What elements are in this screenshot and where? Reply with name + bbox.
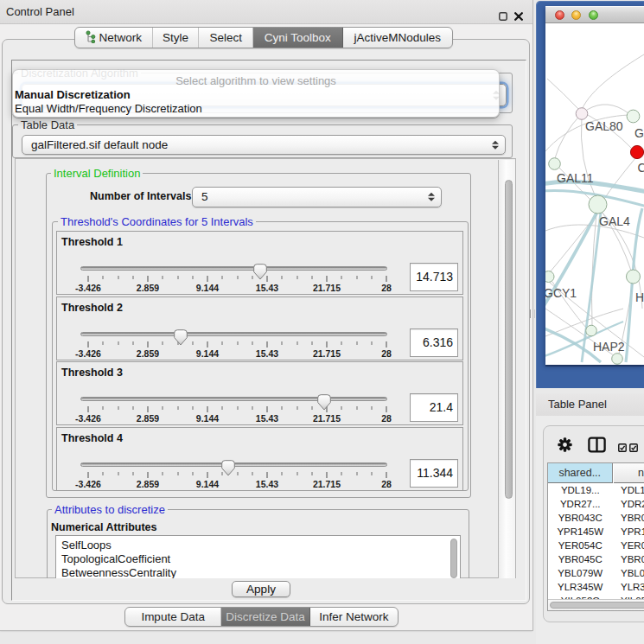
tab-discretize-data[interactable]: Discretize Data: [221, 608, 309, 626]
network-view-frame[interactable]: GAL80 GA C GAL11 GAL4 GCY1 H HAP2: [536, 1, 644, 388]
list-scrollbar-thumb[interactable]: [450, 539, 457, 578]
tab-jactivemnodules[interactable]: jActiveMNodules: [343, 28, 452, 48]
tab-network[interactable]: Network: [75, 28, 153, 48]
table-row[interactable]: YLR345WYLR345W: [548, 580, 644, 594]
tab-jactivemnodules-label: jActiveMNodules: [354, 31, 442, 44]
node-gal80[interactable]: [576, 108, 588, 120]
threshold-3-value-field[interactable]: 21.4: [410, 393, 458, 422]
threshold-2-panel: Threshold 2 -3.426 2.859 9.144 15.43 21.…: [56, 296, 463, 360]
threshold-1-slider-thumb[interactable]: [253, 264, 267, 280]
tab-select[interactable]: Select: [199, 28, 253, 48]
tick-mark: [282, 406, 283, 410]
node-bottom[interactable]: [612, 354, 623, 365]
tick-mark: [88, 406, 89, 412]
threshold-3-slider-thumb[interactable]: [317, 394, 331, 411]
tick-mark: [252, 276, 252, 279]
checkbox-icon[interactable]: [629, 440, 638, 456]
cell[interactable]: YDR27...: [548, 497, 613, 511]
cell[interactable]: YBL079W: [621, 566, 644, 580]
numerical-attributes-list[interactable]: SelfLoops TopologicalCoefficient Between…: [55, 535, 461, 578]
dropdown-item-equal-width-frequency[interactable]: Equal Width/Frequency Discretization: [13, 102, 499, 116]
table-data-combobox[interactable]: galFiltered.sif default node: [22, 135, 506, 155]
cell[interactable]: YBR045C: [621, 552, 644, 566]
tick-label: 21.715: [313, 348, 341, 359]
cell[interactable]: YDL19...: [548, 483, 613, 497]
node-right-h[interactable]: [627, 270, 641, 284]
tab-infer-network[interactable]: Infer Network: [310, 608, 398, 626]
tick-mark: [103, 472, 104, 475]
float-window-icon[interactable]: [499, 9, 507, 17]
table-row[interactable]: YBL079WYBL079W: [548, 566, 644, 580]
cell[interactable]: YER054C: [548, 539, 613, 552]
cell[interactable]: YBR045C: [548, 552, 613, 566]
list-item[interactable]: SelfLoops: [61, 539, 112, 552]
node-label-h: H: [635, 290, 644, 304]
table-row[interactable]: YDL19...YDL19...: [548, 483, 644, 497]
node-top-right[interactable]: [627, 110, 640, 123]
mac-minimize-button[interactable]: [571, 10, 581, 20]
table-row[interactable]: YPR145WYPR145W: [548, 525, 644, 539]
node-selected-red[interactable]: [630, 145, 643, 158]
tick-label: -3.426: [75, 413, 101, 424]
network-canvas[interactable]: GAL80 GA C GAL11 GAL4 GCY1 H HAP2: [545, 23, 644, 365]
combo-arrows-icon: [428, 192, 435, 201]
cell[interactable]: YBR043C: [548, 511, 613, 525]
close-icon[interactable]: [514, 9, 523, 17]
table-hscrollbar-thumb[interactable]: [550, 602, 644, 609]
table-row[interactable]: YBR045CYBR045C: [548, 552, 644, 566]
table-hscrollbar-track[interactable]: [548, 599, 644, 610]
dropdown-item-placeholder[interactable]: Select algorithm to view settings: [13, 74, 499, 88]
node-gal11[interactable]: [549, 158, 561, 170]
tab-select-label: Select: [209, 31, 242, 44]
table-row[interactable]: YER054CYER054C: [548, 539, 644, 552]
cell[interactable]: YER054C: [621, 539, 644, 552]
threshold-2-value-field[interactable]: 6.316: [410, 328, 458, 357]
number-of-intervals-combobox[interactable]: 5: [192, 187, 442, 207]
pane-splitter-grip[interactable]: [530, 309, 535, 318]
tick-label: 9.144: [196, 283, 219, 293]
column-header-shared-name[interactable]: shared...: [548, 463, 613, 483]
node-hap2[interactable]: [586, 325, 597, 336]
checkbox-icon[interactable]: [618, 440, 627, 456]
cell[interactable]: YLR345W: [621, 580, 644, 594]
cell[interactable]: YLR345W: [548, 580, 613, 594]
settings-scrollbar-thumb[interactable]: [505, 180, 513, 499]
threshold-2-slider-thumb[interactable]: [174, 329, 188, 346]
table-panel-titlebar[interactable]: Table Panel: [536, 393, 644, 416]
threshold-4-slider-thumb[interactable]: [221, 460, 235, 476]
apply-button[interactable]: Apply: [232, 581, 290, 597]
cell[interactable]: YBL079W: [548, 566, 613, 580]
threshold-1-value-field[interactable]: 14.713: [410, 263, 458, 291]
table-row[interactable]: YDR27...YDR27...: [548, 497, 644, 511]
split-panel-icon[interactable]: [588, 437, 606, 456]
table-row[interactable]: YBR043CYBR043C: [548, 511, 644, 525]
control-panel-titlebar[interactable]: Control Panel: [0, 0, 532, 24]
tick-mark: [327, 341, 328, 348]
gear-icon[interactable]: [558, 437, 572, 456]
column-header-name[interactable]: name: [614, 463, 644, 483]
cell[interactable]: YDL19...: [621, 483, 644, 497]
tab-impute-data[interactable]: Impute Data: [125, 608, 221, 626]
settings-scrollbar-track[interactable]: [498, 160, 515, 578]
dropdown-item-manual-discretization[interactable]: Manual Discretization: [13, 88, 499, 102]
cell[interactable]: YPR145W: [621, 525, 644, 539]
tick-mark: [282, 341, 283, 345]
tab-style[interactable]: Style: [153, 28, 200, 48]
network-view-titlebar[interactable]: [545, 6, 644, 23]
threshold-4-value-field[interactable]: 11.344: [410, 459, 458, 488]
tick-mark: [237, 406, 238, 410]
tick-mark: [222, 276, 223, 279]
tick-label: 15.43: [256, 479, 278, 489]
tab-cyni-toolbox[interactable]: Cyni Toolbox: [253, 28, 343, 48]
tick-label: -3.426: [75, 348, 101, 359]
node-gal4[interactable]: [589, 195, 607, 214]
cell[interactable]: YPR145W: [548, 525, 613, 539]
threshold-4-slider-scale: -3.426 2.859 9.144 15.43 21.715 28: [88, 428, 386, 492]
mac-close-button[interactable]: [555, 10, 564, 20]
cell[interactable]: YDR27...: [621, 497, 644, 511]
list-item[interactable]: BetweennessCentrality: [61, 566, 176, 578]
mac-zoom-button[interactable]: [589, 10, 598, 20]
cell[interactable]: YBR043C: [621, 511, 644, 525]
node-gcy1[interactable]: [545, 271, 554, 283]
list-item[interactable]: TopologicalCoefficient: [61, 552, 170, 566]
